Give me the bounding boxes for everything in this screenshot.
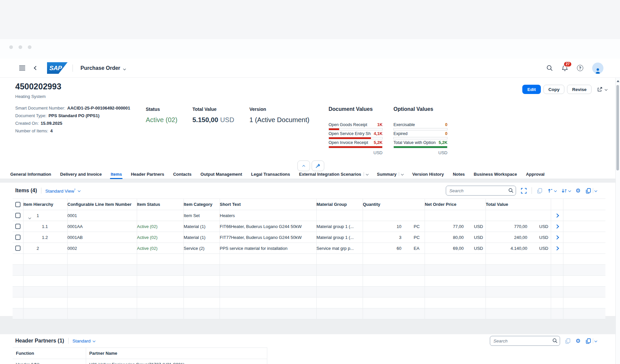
table-row[interactable]: 1.20001ABActive (02)Material (1)FIT77Hea… [13,232,605,243]
row-navigation-chevron[interactable] [555,224,559,229]
chart-value: 5,2K [374,140,383,145]
table-settings-gear-icon[interactable]: ⚙ [576,338,581,344]
partner-row[interactable]: Vendor (VN)U21-Volker Engineering Group/… [13,359,267,364]
empty-table-row [13,276,605,287]
sap-logo[interactable]: SAP [47,62,68,74]
chevron-down-icon[interactable] [401,173,404,175]
row-checkbox[interactable] [15,246,21,251]
select-all-checkbox[interactable] [15,202,21,207]
copy-rows-icon[interactable] [537,188,542,194]
tab-summary[interactable]: Summary [377,169,403,179]
revise-button[interactable]: Revise [567,85,592,94]
row-navigation-chevron[interactable] [555,246,559,250]
window-control-close[interactable] [9,45,13,49]
help-icon[interactable]: ? [577,65,583,71]
expand-table-icon[interactable] [521,188,527,194]
status-facet: Status Active (02) [146,107,178,124]
window-control-maximize[interactable] [28,45,31,49]
notifications-bell-icon[interactable]: 27 [562,65,568,71]
app-title[interactable]: Purchase Order [80,65,120,71]
export-control[interactable] [586,188,597,194]
partners-column-header-0[interactable]: Function [13,348,86,359]
user-avatar[interactable] [592,63,603,74]
items-view-selector[interactable]: Standard View* [45,188,80,194]
window-control-minimize[interactable] [19,45,22,49]
sort-ascending-control[interactable] [547,188,556,193]
empty-cell [67,265,137,276]
empty-cell [467,276,486,287]
total-value-facet: Total Value 5.150,00USD [192,107,234,124]
item-status-cell: Active (02) [137,232,183,243]
search-icon[interactable] [508,188,513,194]
column-header-5[interactable]: Material Group [316,199,363,210]
partners-view-selector[interactable]: Standard [73,339,95,343]
edit-button[interactable]: Edit [522,85,541,94]
item-category-cell: Material (1) [183,221,220,232]
material-group-cell: Service mat grp p... [316,243,363,254]
item-status-cell: Active (02) [137,221,183,232]
chevron-down-icon[interactable] [366,173,368,175]
column-header-0[interactable]: Item Hierarchy [23,199,67,210]
version-facet: Version 1 (Active Document) [249,107,309,124]
tab-separator [399,172,399,176]
header-actions-chevron-down-icon[interactable] [605,88,607,90]
partners-search-input[interactable] [490,336,560,346]
empty-cell [220,265,316,276]
tab-business-workspace[interactable]: Business Workspace [474,169,517,179]
copy-button[interactable]: Copy [543,85,565,94]
export-control[interactable] [586,338,597,344]
column-header-6[interactable]: Quantity [363,199,425,210]
tab-contacts[interactable]: Contacts [173,169,192,179]
scrollbar-thumb[interactable] [616,85,619,170]
group-sort-control[interactable] [561,188,571,193]
page-scrollbar[interactable] [615,78,620,364]
scrollbar-up-arrow[interactable] [617,80,619,82]
app-title-chevron-down-icon[interactable] [124,65,126,71]
pin-header-button[interactable] [312,160,324,171]
collapse-header-button[interactable] [297,160,310,171]
desktop-background [0,0,620,39]
copy-rows-icon[interactable] [565,338,571,344]
share-icon[interactable] [597,86,603,92]
items-search-input[interactable] [446,186,516,196]
empty-cell [530,276,551,287]
tab-general-information[interactable]: General Information [10,169,51,179]
search-icon[interactable] [552,338,557,344]
tab-separator [364,172,364,176]
tab-notes[interactable]: Notes [453,169,465,179]
column-header-7[interactable]: Net Order Price [425,199,486,210]
row-navigation-chevron[interactable] [555,235,559,240]
tab-legal-transactions[interactable]: Legal Transactions [251,169,290,179]
tab-header-partners[interactable]: Header Partners [131,169,164,179]
column-header-4[interactable]: Short Text [220,199,316,210]
collapse-row-chevron-icon[interactable] [29,214,31,219]
tab-version-history[interactable]: Version History [412,169,444,179]
column-header-3[interactable]: Item Category [183,199,220,210]
search-icon[interactable] [546,65,553,71]
column-header-1[interactable]: Configurable Line Item Number [67,199,137,210]
menu-icon[interactable] [19,66,26,70]
tab-approval[interactable]: Approval [526,169,544,179]
toolbar-divider [41,188,41,194]
row-checkbox[interactable] [15,213,21,218]
tab-delivery-and-invoice[interactable]: Delivery and Invoice [60,169,102,179]
chart-category-label: Total Value with Options [393,140,436,145]
back-icon[interactable] [34,67,37,69]
items-title: Items (4) [15,188,37,194]
row-checkbox[interactable] [15,235,21,240]
table-row[interactable]: 1.10001AAActive (02)Material (1)FIT66Hea… [13,221,605,232]
tab-label: General Information [10,172,51,177]
column-header-8[interactable]: Total Value [486,199,551,210]
row-navigation-chevron[interactable] [555,213,559,218]
tab-output-management[interactable]: Output Management [200,169,242,179]
row-checkbox[interactable] [15,224,21,229]
empty-cell [137,297,183,308]
window-title-band [0,39,620,59]
column-header-2[interactable]: Item Status [137,199,183,210]
tab-items[interactable]: Items [111,169,122,179]
empty-cell [137,265,183,276]
table-settings-gear-icon[interactable]: ⚙ [576,188,581,194]
table-row[interactable]: 10001Item SetHeaters [13,210,605,221]
partners-column-header-1[interactable]: Partner Name [86,348,267,359]
table-row[interactable]: 20002Active (02)Service (2)PPS service m… [13,243,605,254]
